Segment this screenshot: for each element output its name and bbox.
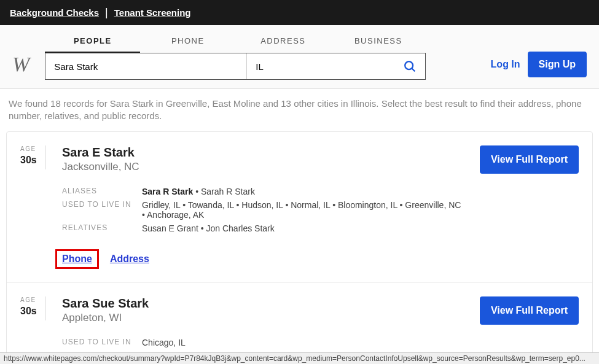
- svg-point-0: [405, 61, 413, 69]
- login-link[interactable]: Log In: [491, 59, 520, 70]
- usedto-value: Chicago, IL: [142, 338, 186, 347]
- results-list: AGE 30s Sara E Stark Jacksonville, NC AL…: [6, 131, 593, 365]
- search-column: PEOPLE PHONE ADDRESS BUSINESS: [45, 30, 426, 80]
- top-nav: Background Checks | Tenant Screening: [0, 0, 599, 25]
- search-tabs: PEOPLE PHONE ADDRESS BUSINESS: [45, 30, 426, 53]
- nav-divider: |: [105, 6, 108, 19]
- aliases-value: Sara R Stark • Sarah R Stark: [142, 187, 255, 196]
- usedto-row: USED TO LIVE IN Gridley, IL • Towanda, I…: [62, 200, 464, 220]
- age-label: AGE: [20, 296, 46, 304]
- person-name[interactable]: Sara E Stark: [62, 145, 464, 160]
- tab-business[interactable]: BUSINESS: [331, 30, 426, 53]
- svg-line-1: [412, 68, 415, 71]
- view-full-report-button[interactable]: View Full Report: [480, 296, 579, 325]
- aliases-label: ALIASES: [62, 187, 142, 196]
- age-value: 30s: [20, 304, 46, 320]
- tenant-screening-link[interactable]: Tenant Screening: [114, 7, 191, 18]
- usedto-value: Gridley, IL • Towanda, IL • Hudson, IL •…: [142, 200, 464, 220]
- phone-link[interactable]: Phone: [62, 254, 92, 264]
- person-location: Jacksonville, NC: [62, 161, 464, 173]
- person-location: Appleton, WI: [62, 312, 464, 324]
- header: W PEOPLE PHONE ADDRESS BUSINESS Log In S…: [0, 25, 599, 89]
- phone-link-highlight: Phone: [55, 249, 99, 269]
- logo[interactable]: W: [12, 53, 28, 76]
- search-name-input[interactable]: [45, 53, 247, 79]
- aliases-row: ALIASES Sara R Stark • Sarah R Stark: [62, 187, 464, 196]
- tab-people[interactable]: PEOPLE: [45, 30, 140, 53]
- search-box: [45, 53, 426, 80]
- result-card: AGE 30s Sara E Stark Jacksonville, NC AL…: [7, 132, 592, 283]
- age-value: 30s: [20, 153, 46, 169]
- address-link[interactable]: Address: [110, 254, 149, 265]
- search-button[interactable]: [394, 53, 425, 79]
- status-bar: https://www.whitepages.com/checkout/summ…: [0, 352, 599, 364]
- view-full-report-button[interactable]: View Full Report: [480, 145, 579, 174]
- relatives-row: RELATIVES Susan E Grant • Jon Charles St…: [62, 223, 464, 233]
- tab-address[interactable]: ADDRESS: [235, 30, 331, 53]
- age-column: AGE 30s: [20, 145, 46, 269]
- age-label: AGE: [20, 145, 46, 153]
- search-location-input[interactable]: [247, 53, 394, 79]
- usedto-row: USED TO LIVE IN Chicago, IL: [62, 338, 464, 347]
- relatives-value: Susan E Grant • Jon Charles Stark: [142, 223, 275, 233]
- background-checks-link[interactable]: Background Checks: [10, 7, 99, 18]
- relatives-label: RELATIVES: [62, 223, 142, 233]
- search-icon: [403, 60, 417, 73]
- result-action: View Full Report: [480, 145, 579, 269]
- result-info: Sara E Stark Jacksonville, NC ALIASES Sa…: [62, 145, 464, 269]
- person-name[interactable]: Sara Sue Stark: [62, 296, 464, 311]
- tab-phone[interactable]: PHONE: [140, 30, 235, 53]
- signup-button[interactable]: Sign Up: [528, 52, 587, 77]
- result-links: Phone Address: [62, 249, 464, 269]
- usedto-label: USED TO LIVE IN: [62, 338, 142, 347]
- results-summary: We found 18 records for Sara Stark in Gr…: [0, 89, 599, 131]
- auth-actions: Log In Sign Up: [491, 52, 587, 77]
- usedto-label: USED TO LIVE IN: [62, 200, 142, 220]
